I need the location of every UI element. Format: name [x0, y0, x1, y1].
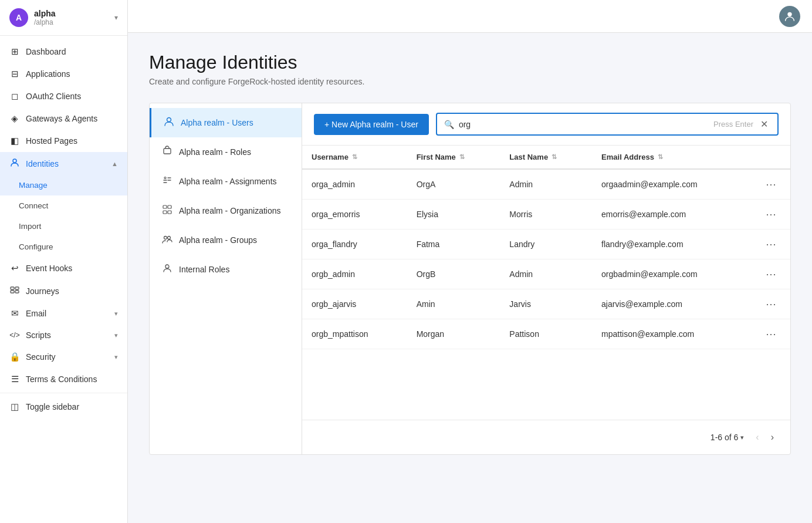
cell-email: emorris@example.com — [592, 200, 752, 230]
oauth2-icon: ◻ — [9, 91, 20, 102]
cell-lastname: Admin — [500, 169, 592, 200]
search-input[interactable] — [459, 120, 709, 129]
scripts-chevron-icon: ▾ — [114, 332, 118, 339]
identities-icon — [9, 158, 20, 169]
col-actions — [752, 146, 790, 169]
row-menu-button[interactable]: ⋯ — [761, 176, 781, 193]
identity-nav-label: Alpha realm - Users — [181, 118, 253, 127]
col-email[interactable]: Email Address ⇅ — [592, 146, 752, 169]
realm-chevron-icon[interactable]: ▾ — [114, 14, 118, 22]
svg-rect-11 — [163, 211, 167, 214]
col-username[interactable]: Username ⇅ — [302, 146, 407, 169]
internal-roles-nav-icon — [161, 263, 173, 276]
page-nav: ‹ › — [751, 428, 779, 446]
users-nav-icon — [163, 116, 175, 129]
identities-chevron-icon: ▲ — [111, 160, 118, 167]
content-area: Manage Identities Create and configure F… — [128, 33, 812, 523]
identity-nav-internal-roles[interactable]: Internal Roles — [150, 255, 302, 284]
page-info[interactable]: 1-6 of 6 ▾ — [710, 433, 744, 442]
cell-firstname: Fatma — [407, 230, 500, 259]
realm-name: alpha — [34, 9, 109, 18]
terms-icon: ☰ — [9, 374, 20, 384]
identity-nav-roles[interactable]: Alpha realm - Roles — [150, 137, 302, 167]
sidebar-item-terms[interactable]: ☰ Terms & Conditions — [0, 368, 127, 390]
users-table: Username ⇅ First Name ⇅ — [302, 146, 790, 349]
cell-lastname: Pattison — [500, 319, 592, 349]
svg-rect-10 — [168, 205, 171, 208]
sidebar-item-applications[interactable]: ⊟ Applications — [0, 63, 127, 85]
table-header: Username ⇅ First Name ⇅ — [302, 146, 790, 169]
sidebar-item-label: Email — [26, 309, 109, 318]
sidebar-item-toggle-sidebar[interactable]: ◫ Toggle sidebar — [0, 396, 127, 418]
sidebar-item-label: Toggle sidebar — [26, 402, 118, 411]
pagination: 1-6 of 6 ▾ ‹ › — [302, 420, 790, 454]
sidebar-item-label: Dashboard — [26, 47, 118, 56]
cell-email: mpattison@example.com — [592, 319, 752, 349]
row-menu-button[interactable]: ⋯ — [761, 266, 781, 282]
cell-firstname: OrgB — [407, 259, 500, 289]
row-menu-button[interactable]: ⋯ — [761, 206, 781, 222]
svg-rect-12 — [168, 211, 171, 214]
cell-menu: ⋯ — [752, 169, 790, 200]
svg-point-8 — [164, 177, 166, 179]
sidebar-item-event-hooks[interactable]: ↩ Event Hooks — [0, 257, 127, 279]
identity-nav-users[interactable]: Alpha realm - Users — [150, 108, 302, 137]
sidebar-item-connect[interactable]: Connect — [0, 195, 127, 216]
dashboard-icon: ⊞ — [9, 46, 20, 57]
row-menu-button[interactable]: ⋯ — [761, 326, 781, 342]
row-menu-button[interactable]: ⋯ — [761, 296, 781, 312]
sidebar-item-label: Gateways & Agents — [26, 114, 118, 123]
svg-rect-2 — [15, 287, 19, 289]
prev-page-button[interactable]: ‹ — [751, 428, 763, 446]
col-lastname[interactable]: Last Name ⇅ — [500, 146, 592, 169]
sidebar-item-gateways[interactable]: ◈ Gateways & Agents — [0, 107, 127, 130]
identity-nav-label: Internal Roles — [179, 265, 229, 274]
table-row: orga_flandry Fatma Landry flandry@exampl… — [302, 230, 790, 259]
sidebar-item-scripts[interactable]: </> Scripts ▾ — [0, 325, 127, 346]
sidebar-item-dashboard[interactable]: ⊞ Dashboard — [0, 41, 127, 63]
security-chevron-icon: ▾ — [114, 353, 118, 361]
identity-nav-label: Alpha realm - Roles — [179, 147, 251, 157]
cell-menu: ⋯ — [752, 200, 790, 230]
identity-nav-assignments[interactable]: Alpha realm - Assignments — [150, 167, 302, 196]
sidebar-item-oauth2[interactable]: ◻ OAuth2 Clients — [0, 85, 127, 107]
cell-menu: ⋯ — [752, 289, 790, 319]
row-menu-button[interactable]: ⋯ — [761, 236, 781, 252]
toggle-sidebar-icon: ◫ — [9, 401, 20, 412]
sidebar-item-label: Manage — [19, 181, 118, 190]
hosted-pages-icon: ◧ — [9, 136, 20, 146]
sidebar-divider — [0, 393, 127, 393]
journeys-icon — [9, 285, 20, 296]
cell-username: orga_flandry — [302, 230, 407, 259]
sidebar-realm-info: alpha /alpha — [34, 9, 109, 26]
sidebar-item-security[interactable]: 🔒 Security ▾ — [0, 346, 127, 368]
cell-username: orgb_admin — [302, 259, 407, 289]
new-user-button[interactable]: + New Alpha realm - User — [314, 114, 429, 135]
identity-table: Username ⇅ First Name ⇅ — [302, 146, 790, 420]
gateways-icon: ◈ — [9, 113, 20, 124]
table-row: orgb_admin OrgB Admin orgbadmin@example.… — [302, 259, 790, 289]
sidebar-item-journeys[interactable]: Journeys — [0, 279, 127, 302]
svg-rect-3 — [11, 291, 14, 293]
sidebar-item-label: Security — [26, 352, 109, 362]
identity-nav-label: Alpha realm - Groups — [179, 235, 257, 245]
search-clear-icon[interactable]: ✕ — [758, 119, 770, 130]
identity-nav-organizations[interactable]: Alpha realm - Organizations — [150, 196, 302, 225]
cell-lastname: Jarvis — [500, 289, 592, 319]
identity-content-panel: + New Alpha realm - User 🔍 Press Enter ✕ — [302, 103, 790, 454]
sidebar-item-label: Configure — [19, 242, 118, 251]
next-page-button[interactable]: › — [766, 428, 779, 446]
sidebar-header[interactable]: A alpha /alpha ▾ — [0, 0, 127, 36]
cell-menu: ⋯ — [752, 259, 790, 289]
sidebar-item-import[interactable]: Import — [0, 216, 127, 237]
col-firstname[interactable]: First Name ⇅ — [407, 146, 500, 169]
sidebar-item-email[interactable]: ✉ Email ▾ — [0, 302, 127, 325]
sidebar-item-hosted-pages[interactable]: ◧ Hosted Pages — [0, 130, 127, 152]
user-avatar[interactable] — [779, 6, 800, 27]
event-hooks-icon: ↩ — [9, 263, 20, 274]
sidebar-item-manage[interactable]: Manage — [0, 175, 127, 195]
identity-nav-groups[interactable]: Alpha realm - Groups — [150, 225, 302, 255]
sidebar-item-identities[interactable]: Identities ▲ — [0, 152, 127, 175]
sidebar-item-configure[interactable]: Configure — [0, 237, 127, 257]
page-dropdown-icon: ▾ — [740, 434, 744, 441]
